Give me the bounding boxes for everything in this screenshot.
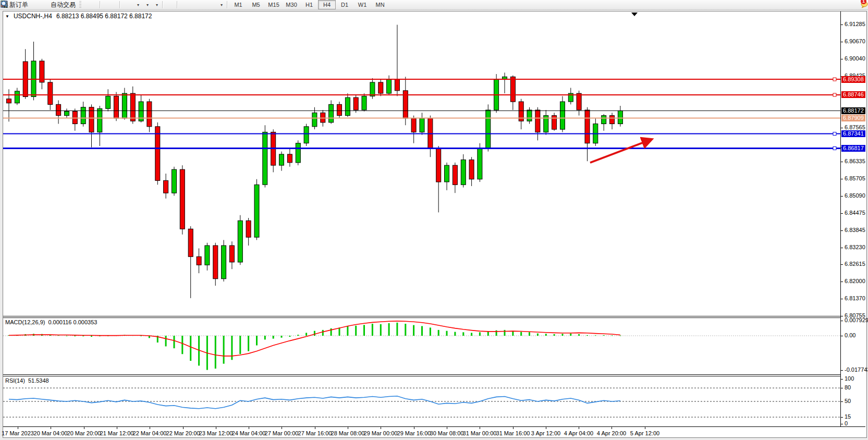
price-tick-mark bbox=[841, 299, 843, 299]
trendline-button[interactable] bbox=[190, 0, 195, 10]
macd-label: MACD(12,26,9) 0.000116 0.000353 bbox=[5, 319, 97, 325]
bar-chart-button[interactable] bbox=[82, 0, 88, 10]
chart-shift-marker[interactable] bbox=[631, 13, 638, 16]
level-drag-handle[interactable] bbox=[833, 78, 836, 81]
macd-pane[interactable]: MACD(12,26,9) 0.000116 0.000353 bbox=[3, 318, 865, 374]
market-depth-button[interactable] bbox=[31, 0, 36, 10]
line-chart-button[interactable] bbox=[93, 0, 98, 10]
rsi-tick-label: 100 bbox=[845, 375, 854, 382]
templates-button[interactable]: ▾ bbox=[151, 0, 161, 10]
rsi-plot[interactable] bbox=[3, 376, 840, 426]
macd-histogram-bar bbox=[372, 324, 373, 336]
price-tick-label: 6.85090 bbox=[845, 192, 865, 199]
candle-bull bbox=[387, 80, 392, 94]
tab-timeframe-m1[interactable]: M1 bbox=[229, 0, 247, 9]
auto-scroll-button[interactable] bbox=[122, 0, 127, 10]
price-tick-mark bbox=[841, 264, 843, 265]
candle-bear bbox=[114, 96, 119, 118]
rsi-tick-mark bbox=[841, 417, 843, 418]
text-button[interactable]: A bbox=[205, 0, 211, 10]
macd-histogram-bar bbox=[281, 336, 283, 338]
macd-histogram-bar bbox=[578, 334, 580, 336]
main-toolbar: 新订单 自动交易 ▾ ▾ ▾ E F A T ▾ M1 M5 M15 M30 H… bbox=[0, 0, 868, 10]
time-label: 30 Mar 08:00 bbox=[428, 430, 466, 436]
macd-histogram-bar bbox=[554, 334, 555, 336]
tab-timeframe-d1[interactable]: D1 bbox=[336, 0, 353, 9]
tab-timeframe-h1[interactable]: H1 bbox=[300, 0, 318, 9]
zoom-out-button[interactable] bbox=[107, 0, 113, 10]
macd-histogram-bar bbox=[264, 336, 266, 339]
time-tick-mark bbox=[381, 427, 381, 429]
fibonacci-button[interactable]: F bbox=[200, 0, 205, 10]
add-indicator-button[interactable]: ▾ bbox=[132, 0, 142, 10]
macd-histogram-bar bbox=[339, 327, 340, 336]
macd-histogram-bar bbox=[248, 336, 249, 351]
candle-bear bbox=[48, 82, 53, 105]
time-label: 23 Mar 12:00 bbox=[197, 430, 235, 436]
tab-timeframe-w1[interactable]: W1 bbox=[353, 0, 371, 9]
macd-histogram-bar bbox=[347, 326, 348, 336]
notifications-button[interactable]: 1 bbox=[860, 0, 865, 10]
time-label: 22 Mar 04:00 bbox=[131, 430, 168, 436]
main-chart-pane[interactable]: ▼ USDCNH-,H4 6.88213 6.88495 6.88172 6.8… bbox=[3, 11, 865, 316]
level-price-label[interactable]: 6.87909 bbox=[841, 115, 865, 121]
vertical-line-button[interactable] bbox=[179, 0, 185, 10]
cursor-button[interactable] bbox=[165, 0, 170, 10]
candle-bull bbox=[527, 110, 532, 121]
macd-histogram-bar bbox=[471, 333, 472, 336]
time-tick-mark bbox=[645, 427, 645, 429]
signals-button[interactable] bbox=[41, 0, 46, 10]
level-drag-handle[interactable] bbox=[833, 93, 836, 96]
price-tick-mark bbox=[841, 316, 843, 316]
macd-plot[interactable] bbox=[3, 318, 840, 374]
equidistant-channel-button[interactable]: E bbox=[195, 0, 200, 10]
zoom-in-button[interactable] bbox=[102, 0, 107, 10]
candlestick-chart-button[interactable] bbox=[88, 0, 93, 10]
level-price-label[interactable]: 6.89308 bbox=[841, 76, 865, 83]
arrows-button[interactable]: ▾ bbox=[216, 0, 225, 10]
macd-tick-mark bbox=[841, 370, 843, 371]
current-price-label[interactable]: 6.88172 bbox=[841, 107, 865, 114]
candle-bull bbox=[122, 93, 127, 118]
tab-timeframe-h4[interactable]: H4 bbox=[318, 0, 336, 9]
accounts-button[interactable] bbox=[36, 0, 41, 10]
autotrade-button[interactable]: 自动交易 bbox=[46, 0, 78, 10]
chart-shift-button[interactable] bbox=[127, 0, 132, 10]
price-tick-label: 6.82615 bbox=[845, 261, 865, 267]
trend-arrow-annotation[interactable] bbox=[590, 140, 651, 163]
price-axis[interactable]: 6.912856.906706.900406.894256.875656.868… bbox=[840, 11, 865, 426]
time-label: 31 Mar 00:00 bbox=[461, 430, 498, 436]
rsi-tick-label: 50 bbox=[845, 398, 851, 404]
search-button[interactable] bbox=[854, 0, 860, 10]
macd-histogram-bar bbox=[289, 336, 290, 337]
candle-bear bbox=[130, 93, 135, 121]
time-label: 20 Mar 20:00 bbox=[65, 430, 103, 436]
candle-bear bbox=[453, 165, 457, 185]
price-tick-label: 6.83845 bbox=[845, 227, 865, 233]
price-tick-mark bbox=[841, 128, 843, 128]
text-label-button[interactable]: T bbox=[211, 0, 216, 10]
level-price-label[interactable]: 6.88746 bbox=[841, 91, 865, 98]
main-chart-plot[interactable] bbox=[3, 11, 840, 316]
tab-timeframe-m5[interactable]: M5 bbox=[247, 0, 265, 9]
candle-bull bbox=[296, 143, 300, 163]
level-price-label[interactable]: 6.86817 bbox=[841, 145, 865, 152]
time-tick-mark bbox=[117, 427, 117, 429]
tab-timeframe-m15[interactable]: M15 bbox=[265, 0, 283, 9]
level-drag-handle[interactable] bbox=[833, 146, 836, 150]
tile-windows-button[interactable] bbox=[113, 0, 118, 10]
rsi-pane[interactable]: RSI(14) 51.5348 bbox=[3, 376, 865, 426]
chevron-down-icon[interactable]: ▼ bbox=[5, 14, 9, 19]
tab-timeframe-m30[interactable]: M30 bbox=[283, 0, 300, 9]
periods-button[interactable]: ▾ bbox=[142, 0, 151, 10]
tab-timeframe-mn[interactable]: MN bbox=[371, 0, 389, 9]
time-axis[interactable]: 17 Mar 202320 Mar 04:0020 Mar 20:0021 Ma… bbox=[3, 426, 865, 437]
level-drag-handle[interactable] bbox=[833, 132, 836, 136]
macd-histogram-bar bbox=[512, 331, 514, 336]
time-label: 29 Mar 16:00 bbox=[395, 430, 433, 436]
level-price-label[interactable]: 6.87341 bbox=[841, 130, 865, 137]
time-tick-mark bbox=[414, 427, 414, 429]
new-order-button[interactable]: 新订单 bbox=[5, 0, 31, 10]
crosshair-button[interactable] bbox=[170, 0, 175, 10]
horizontal-line-button[interactable] bbox=[185, 0, 190, 10]
